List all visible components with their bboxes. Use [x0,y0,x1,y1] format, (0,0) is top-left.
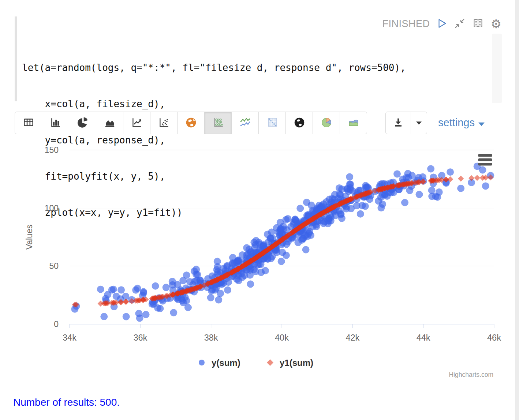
line-chart-icon [131,116,143,130]
y-tick-label: 100 [45,203,59,213]
multi-line-chart-icon [239,116,251,130]
world-map-orange-icon [185,116,197,130]
download-icon [393,117,404,129]
toolbar-button-area-chart[interactable] [96,112,123,134]
gear-icon: ⚙ [490,19,501,30]
cell-status-bar: FINISHED ⚙ [382,18,501,30]
table-icon [22,116,35,130]
x-tick-label: 38k [204,333,218,342]
download-button[interactable] [385,112,411,134]
legend-item-y-sum[interactable]: y(sum) [199,358,240,368]
y-tick-label: 150 [45,145,59,155]
play-icon [436,18,447,30]
cell-settings-button[interactable]: ⚙ [490,19,501,30]
toolbar-button-pie-chart[interactable] [69,112,96,134]
legend-item-y1-sum[interactable]: y1(sum) [267,358,313,368]
book-icon [472,18,484,30]
pie-chart-colored-icon [320,116,333,130]
chart-legend: y(sum)y1(sum) [199,358,313,368]
collapse-arrows-icon [454,18,466,30]
code-line: x=col(a, filesize_d), [22,98,406,110]
download-split-button [385,112,427,134]
scatter-chart: 34k36k38k40k42k44k46k050100150Valuesy(su… [0,143,519,388]
toolbar-button-area-chart-colored[interactable] [340,112,367,134]
toolbar-button-world-map-dark[interactable] [285,112,313,134]
toolbar-button-line-chart[interactable] [123,112,150,134]
settings-dropdown[interactable]: settings [438,117,485,129]
settings-label: settings [438,117,475,129]
show-editor-button[interactable] [472,18,484,30]
y-tick-label: 0 [54,319,59,329]
download-options-button[interactable] [411,112,427,134]
results-count-text: Number of results: 500. [13,397,120,408]
y-axis-labels: 050100150 [45,145,59,329]
world-map-dark-icon [293,116,306,130]
toolbar-button-world-map-orange[interactable] [177,112,205,134]
toolbar-button-multi-line-chart[interactable] [231,112,259,134]
x-tick-label: 44k [417,333,430,342]
pie-chart-icon [76,116,89,130]
bubble-chart-icon [212,116,224,130]
y-tick-label: 50 [49,261,59,271]
x-tick-label: 46k [487,333,501,342]
y-axis-title: Values [25,225,34,250]
toolbar-button-bar-chart[interactable] [42,112,69,134]
svg-text:y1(sum): y1(sum) [280,358,313,368]
x-axis: 34k36k38k40k42k44k46k [63,324,501,342]
x-tick-label: 40k [275,333,289,342]
collapse-output-button[interactable] [454,18,466,30]
area-chart-icon [104,116,116,130]
run-button[interactable] [436,18,447,30]
x-tick-label: 36k [133,333,147,342]
bar-chart-icon [49,116,62,130]
toolbar-button-pie-chart-colored[interactable] [313,112,340,134]
caret-down-icon [478,117,485,129]
scatter-plot-icon [158,116,170,130]
heatmap-icon [266,116,279,130]
editor-scrollbar[interactable] [492,34,502,103]
chart-context-menu-button[interactable] [478,154,492,166]
x-tick-label: 42k [346,333,359,342]
page-scrollbar[interactable] [515,0,519,420]
cell-left-gutter [15,16,17,101]
toolbar-button-bubble-chart[interactable] [204,112,232,134]
cell-status-label: FINISHED [382,18,430,30]
area-chart-colored-icon [347,116,360,130]
chart-credits-link[interactable]: Highcharts.com [449,371,493,378]
toolbar-button-heatmap[interactable] [258,112,286,134]
x-tick-label: 34k [63,333,76,342]
caret-down-icon [416,120,422,126]
chart-type-toolbar [15,112,367,134]
code-line: let(a=random(logs, q="*:*", fl="filesize… [22,62,406,74]
toolbar-button-table[interactable] [15,112,42,134]
toolbar-button-scatter-plot[interactable] [150,112,178,134]
svg-text:y(sum): y(sum) [212,358,240,368]
